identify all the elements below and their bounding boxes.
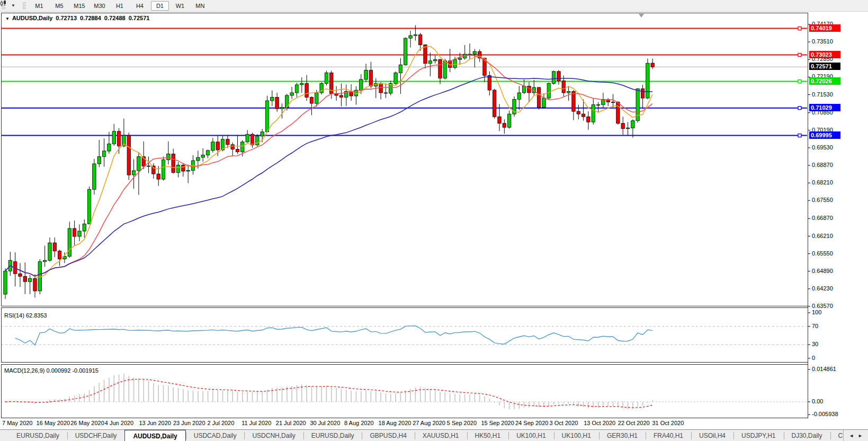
date-axis-label: 30 Jul 2020	[310, 420, 340, 426]
price-tick-label: 0.66870	[812, 215, 833, 221]
rsi-axis-label: 100	[812, 309, 821, 315]
rsi-axis-label: 30	[812, 341, 818, 347]
price-tick-label: 0.66210	[812, 233, 833, 239]
rsi-line	[15, 326, 653, 345]
chart-tab-ger30-h1[interactable]: GER30,H1	[599, 430, 646, 441]
macd-signal-line	[5, 379, 652, 408]
date-axis-label: 24 Sep 2020	[515, 420, 548, 426]
date-axis-label: 31 Oct 2020	[652, 420, 684, 426]
level-handle-3	[798, 107, 801, 110]
moving-average-line-14	[5, 55, 652, 276]
date-axis-label: 23 Jun 2020	[173, 420, 205, 426]
date-axis-label: 15 Sep 2020	[481, 420, 514, 426]
candles-group	[4, 25, 655, 299]
date-axis-label: 2 Jul 2020	[208, 420, 235, 426]
rsi-label: RSI(14) 62.8353	[4, 312, 47, 319]
level-price-label: 0.73023	[809, 51, 840, 58]
price-tick-label: 0.64230	[812, 285, 833, 292]
macd-axis-label: -0.005938	[812, 411, 838, 417]
price-tick-label: 0.69530	[812, 144, 833, 151]
chart-tab-usdjpy-h1[interactable]: USDJPY,H1	[733, 430, 783, 441]
timeframe-button-h1[interactable]: H1	[111, 1, 129, 11]
level-handle-1	[798, 54, 801, 57]
chart-tabs: EURUSD,DailyUSDCHF,DailyAUDUSD,DailyUSDC…	[8, 430, 843, 441]
toolbar-grip-2[interactable]	[23, 2, 26, 10]
chart-tab-eurusd-daily[interactable]: EURUSD,Daily	[8, 430, 67, 441]
date-axis-label: 13 Jun 2020	[139, 420, 171, 426]
price-tick-label: 0.67550	[812, 197, 833, 203]
date-axis-label: 8 Aug 2020	[344, 420, 374, 426]
chart-tab-uk100-h1[interactable]: UK100,H1	[508, 430, 553, 441]
macd-label: MACD(12,26,9) 0.000992 -0.001915	[4, 367, 99, 374]
low-value: 0.72488	[104, 15, 126, 21]
chevron-down-icon[interactable]: ▼	[11, 3, 15, 8]
timeframe-button-m30[interactable]: M30	[91, 1, 109, 11]
timeframe-button-m15[interactable]: M15	[70, 1, 88, 11]
timeframe-button-mn[interactable]: MN	[191, 1, 209, 11]
chart-tab-bar: EURUSD,DailyUSDCHF,DailyAUDUSD,DailyUSDC…	[0, 429, 868, 441]
current-price-label: 0.72571	[809, 63, 840, 70]
date-axis-label: 16 May 2020	[37, 420, 70, 426]
chart-tab-uk100-h1[interactable]: UK100,H1	[554, 430, 599, 441]
chart-header: ▼AUDUSD,Daily0.727130.728840.724880.7257…	[5, 15, 153, 21]
price-tick-label: 0.68870	[812, 162, 833, 168]
date-axis-label: 5 Sep 2020	[447, 420, 477, 426]
macd-axis-label: 0.014861	[812, 366, 836, 372]
chart-tab-usdchf-daily[interactable]: USDCHF,Daily	[67, 430, 125, 441]
arrow-left-icon[interactable]: ◄	[849, 433, 854, 438]
level-handle-4	[798, 134, 801, 137]
level-price-label: 0.71029	[809, 104, 840, 111]
date-axis-label: 26 May 2020	[70, 420, 104, 426]
chart-tab-usoil-h4[interactable]: USOil,H4	[691, 430, 733, 441]
macd-histogram	[5, 374, 652, 410]
moving-average-line-45	[5, 77, 652, 276]
level-price-label: 0.74019	[809, 24, 840, 32]
chart-tab-usdcad-daily[interactable]: USDCAD,Daily	[186, 430, 245, 441]
triangle-down-icon[interactable]: ▼	[5, 16, 10, 21]
level-handle-2	[798, 80, 801, 83]
symbol-label: AUDUSD,Daily	[12, 15, 52, 21]
price-tick-label: 0.73510	[812, 38, 833, 45]
price-tick-label: 0.65550	[812, 250, 833, 257]
level-handle-0	[798, 27, 801, 30]
rsi-axis-label: 0	[812, 355, 815, 361]
date-axis-label: 7 May 2020	[2, 420, 32, 426]
timeframe-button-group: M1M5M15M30H1H4D1W1MN	[29, 1, 210, 11]
chart-canvas[interactable]	[0, 0, 868, 441]
timeframe-button-d1[interactable]: D1	[151, 1, 169, 11]
rsi-axis-label: 70	[812, 323, 818, 329]
timeframe-button-m5[interactable]: M5	[50, 1, 68, 11]
chart-tab-hk50-h1[interactable]: HK50,H1	[467, 430, 509, 441]
date-axis-label: 21 Jul 2020	[276, 420, 306, 426]
date-axis-label: 27 Aug 2020	[413, 420, 445, 426]
chart-tab-dj30-daily[interactable]: DJ30,Daily	[784, 430, 830, 441]
date-axis-label: 4 Jun 2020	[105, 420, 133, 426]
price-tick-label: 0.71530	[812, 91, 833, 98]
chart-tab-gbpusd-h4[interactable]: GBPUSD,H4	[362, 430, 414, 441]
timeframe-button-m1[interactable]: M1	[30, 1, 48, 11]
open-value: 0.72713	[56, 15, 77, 21]
chart-tab-eurusd-daily[interactable]: EURUSD,Daily	[303, 430, 362, 441]
chart-tab-fra40-h1[interactable]: FRA40,H1	[646, 430, 691, 441]
arrow-right-icon[interactable]: ►	[858, 433, 863, 438]
price-tick-label: 0.63570	[812, 303, 833, 309]
candlestick-chart-icon-glyph	[0, 0, 7, 7]
toolbar: ▼ M1M5M15M30H1H4D1W1MN	[0, 0, 868, 12]
level-price-label: 0.69995	[809, 131, 840, 139]
chart-shift-marker-icon[interactable]	[639, 14, 644, 17]
high-value: 0.72884	[80, 15, 101, 21]
timeframe-button-w1[interactable]: W1	[171, 1, 189, 11]
close-value: 0.72571	[129, 15, 150, 21]
chart-tab-audusd-daily[interactable]: AUDUSD,Daily	[124, 430, 185, 441]
chart-tab-xauusd-h1[interactable]: XAUUSD,H1	[415, 430, 467, 441]
date-axis-label: 18 Aug 2020	[379, 420, 411, 426]
chart-tab-china300-h1[interactable]: CHINA300,H1	[830, 430, 844, 441]
tab-scroll-arrows: ◄ ►	[843, 430, 868, 441]
date-axis-label: 3 Oct 2020	[550, 420, 578, 426]
date-axis-label: 13 Oct 2020	[584, 420, 615, 426]
timeframe-button-h4[interactable]: H4	[131, 1, 149, 11]
price-tick-label: 0.64890	[812, 268, 833, 274]
chart-tab-usdcnh-daily[interactable]: USDCNH,Daily	[244, 430, 303, 441]
price-tick-label: 0.68210	[812, 179, 833, 186]
date-axis-label: 22 Oct 2020	[618, 420, 650, 426]
